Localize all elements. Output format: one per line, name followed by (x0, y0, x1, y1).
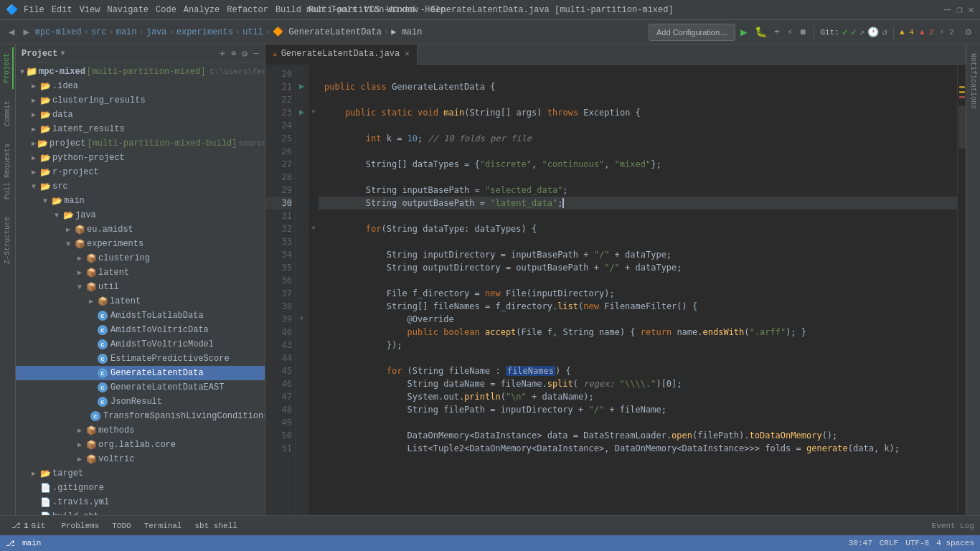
notifications-strip-tab[interactable]: Notifications (968, 47, 979, 115)
list-item[interactable]: ▶ 📂 clustering_results (16, 93, 265, 108)
status-indent[interactable]: 4 spaces (936, 539, 974, 547)
profile-button[interactable]: ⚡ (785, 27, 795, 38)
menu-code[interactable]: Code (156, 5, 176, 15)
debug-button[interactable]: 🐛 (753, 26, 769, 38)
tree-root[interactable]: ▼ 📁 mpc-mixed [multi-partition-mixed] C:… (16, 65, 265, 79)
close-button[interactable]: ✕ (969, 4, 974, 17)
stop-button[interactable]: ■ (798, 27, 808, 38)
breadcrumb-method[interactable]: ▶ main (391, 27, 422, 37)
list-item[interactable]: ▶ 📂 target (16, 466, 265, 481)
list-item[interactable]: ▼ 📂 java (16, 208, 265, 222)
bottom-tab-terminal[interactable]: Terminal (138, 518, 188, 534)
git-check2-icon[interactable]: ✓ (851, 27, 857, 38)
window-controls[interactable]: — ❐ ✕ (944, 4, 974, 17)
bottom-tab-git[interactable]: ⎇ 1 Git (6, 518, 51, 534)
gear-icon[interactable]: ⚙ (242, 48, 248, 60)
git-revert-icon[interactable]: ↺ (882, 27, 887, 38)
location-icon[interactable]: ⊕ (231, 48, 236, 59)
commit-strip-tab[interactable]: Commit (2, 95, 13, 132)
breadcrumb-java[interactable]: java (146, 27, 167, 37)
git-history-icon[interactable]: 🕐 (867, 27, 879, 38)
menu-analyze[interactable]: Analyze (184, 5, 220, 15)
list-item[interactable]: 📄 build.sbt (16, 509, 265, 515)
git-branch-label[interactable]: main (22, 539, 41, 547)
list-item[interactable]: C AmidstToVoltricModel (16, 337, 265, 352)
code-line-35: String outputDirectory = outputBasePath … (319, 261, 957, 274)
minimize-sidebar-icon[interactable]: — (253, 48, 259, 59)
info-badge[interactable]: ⚡ 2 (940, 27, 954, 37)
list-item[interactable]: C AmidstToVoltricData (16, 323, 265, 337)
list-item[interactable]: ▶ 📦 voltric (16, 452, 265, 466)
list-item[interactable]: C AmidstToLatlabData (16, 309, 265, 323)
list-item[interactable]: ▼ 📂 src (16, 179, 265, 194)
list-item[interactable]: C JsonResult (16, 395, 265, 409)
code-content[interactable]: public class GenerateLatentData { public… (319, 65, 957, 515)
list-item[interactable]: ▶ 📦 eu.amidst (16, 222, 265, 237)
list-item[interactable]: ▶ 📦 methods (16, 423, 265, 438)
tree-selected-item[interactable]: C GenerateLatentData (16, 366, 265, 380)
status-line-ending[interactable]: CRLF (880, 539, 898, 547)
add-configuration-button[interactable]: Add Configuration… (649, 24, 735, 41)
list-item[interactable]: ▼ 📦 experiments (16, 237, 265, 251)
pull-requests-strip-tab[interactable]: Pull Requests (2, 138, 13, 205)
list-item[interactable]: C TransformSpanishLivingConditionsD... (16, 409, 265, 423)
menu-edit[interactable]: Edit (52, 5, 72, 15)
event-log-button[interactable]: Event Log (932, 522, 974, 530)
status-time: 30:47 (849, 539, 872, 547)
list-item[interactable]: ▶ 📦 clustering (16, 251, 265, 265)
list-item[interactable]: 📄 .gitignore (16, 481, 265, 495)
list-item[interactable]: ▶ 📂 python-project (16, 151, 265, 165)
list-item[interactable]: C GenerateLatentDataEAST (16, 380, 265, 395)
menu-build[interactable]: Build (275, 5, 301, 15)
bottom-tab-sbt[interactable]: sbt shell (189, 518, 242, 534)
menu-navigate[interactable]: Navigate (107, 5, 149, 15)
status-bar: ⎇ main 30:47 CRLF UTF-8 4 spaces (0, 535, 980, 551)
zstructure-strip-tab[interactable]: Z-Structure (2, 211, 13, 270)
list-item[interactable]: ▶ 📂 data (16, 108, 265, 122)
sidebar-dropdown-icon[interactable]: ▼ (60, 50, 65, 57)
list-item[interactable]: ▼ 📂 main (16, 194, 265, 208)
menu-view[interactable]: View (80, 5, 100, 15)
list-item[interactable]: ▶ 📦 latent (16, 294, 265, 309)
menu-refactor[interactable]: Refactor (227, 5, 268, 15)
breadcrumb-experiments[interactable]: experiments (176, 27, 233, 37)
breadcrumb-util[interactable]: util (242, 27, 263, 37)
editor-tab-active[interactable]: ☕ GenerateLatentData.java ✕ (265, 44, 418, 65)
minimize-button[interactable]: — (944, 4, 951, 17)
list-item[interactable]: ▶ 📂 latent_results (16, 122, 265, 136)
run-button[interactable]: ▶ (738, 25, 750, 39)
list-item[interactable]: C EstimatePredictiveScore (16, 352, 265, 366)
list-item[interactable]: 📄 .travis.yml (16, 495, 265, 509)
forward-button[interactable]: ▶ (20, 24, 32, 39)
menu-file[interactable]: File (24, 5, 44, 15)
list-item[interactable]: ▼ 📦 util (16, 280, 265, 294)
list-item[interactable]: ▶ 📂 r-project (16, 165, 265, 179)
breadcrumb-root[interactable]: mpc-mixed (35, 27, 82, 37)
warnings-badge[interactable]: ▲ 4 (900, 28, 914, 37)
breadcrumb-src[interactable]: src (91, 27, 107, 37)
list-item[interactable]: ▶ 📦 latent (16, 265, 265, 280)
breadcrumb-class[interactable]: 🔶 GenerateLatentData (273, 27, 382, 37)
editor-tab-bar: ☕ GenerateLatentData.java ✕ (265, 44, 966, 65)
maximize-button[interactable]: ❐ (956, 4, 962, 17)
list-item[interactable]: ▶ 📂 .idea (16, 79, 265, 93)
breadcrumb-main[interactable]: main (116, 27, 137, 37)
errors-badge[interactable]: ▲ 2 (920, 28, 934, 37)
list-item[interactable]: ▶ 📂 project [multi-partition-mixed-build… (16, 136, 265, 151)
code-line-39: @Override (319, 313, 957, 326)
add-content-icon[interactable]: + (220, 48, 225, 60)
bottom-tab-problems[interactable]: Problems (52, 518, 105, 534)
list-item[interactable]: ▶ 📦 org.latlab.core (16, 438, 265, 452)
tab-java-icon: ☕ (273, 49, 278, 58)
git-check-icon[interactable]: ✓ (842, 27, 848, 38)
code-line-43: }); (319, 339, 957, 352)
settings-icon[interactable]: ⚙ (963, 26, 974, 38)
git-push-icon[interactable]: ↗ (859, 27, 864, 38)
back-button[interactable]: ◀ (6, 24, 17, 39)
project-strip-tab[interactable]: Project (1, 47, 14, 89)
coverage-button[interactable]: ☂ (772, 26, 782, 38)
bottom-tab-todo[interactable]: TODO (106, 518, 136, 534)
scroll-minimap[interactable] (957, 65, 966, 515)
tab-close-button[interactable]: ✕ (405, 49, 410, 58)
status-charset[interactable]: UTF-8 (905, 539, 929, 547)
